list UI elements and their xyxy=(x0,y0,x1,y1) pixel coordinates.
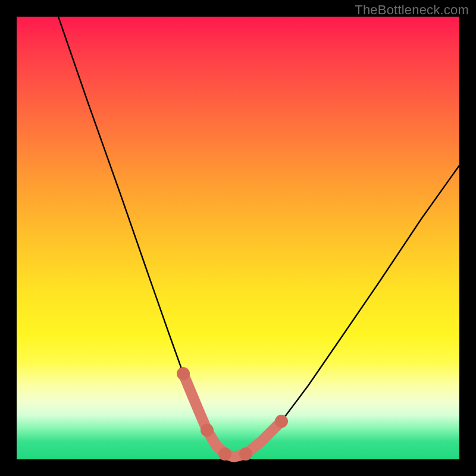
bottleneck-curve-path xyxy=(58,17,459,457)
highlighted-valley-path xyxy=(183,374,281,457)
chart-plot-area xyxy=(17,17,459,459)
highlight-dot xyxy=(239,447,252,461)
highlight-dot xyxy=(218,447,231,461)
highlighted-valley-dots xyxy=(177,367,288,461)
bottleneck-curve-svg xyxy=(17,17,459,459)
highlight-dot xyxy=(201,424,214,437)
highlight-dot xyxy=(177,367,190,380)
highlight-dot xyxy=(275,415,288,428)
watermark-text: TheBottleneck.com xyxy=(355,2,469,18)
